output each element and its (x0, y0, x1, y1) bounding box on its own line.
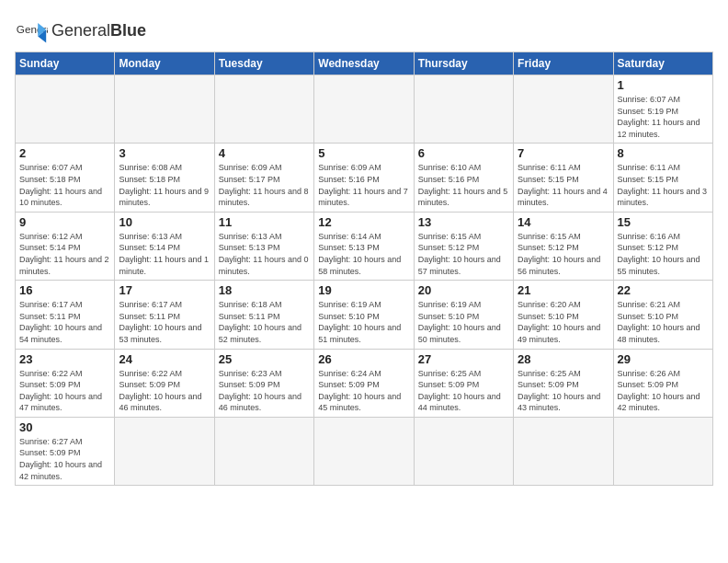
generalblue-logo-icon: General (15, 15, 48, 48)
day-info: Sunrise: 6:17 AM Sunset: 5:11 PM Dayligh… (119, 299, 210, 345)
calendar-cell: 26Sunrise: 6:24 AM Sunset: 5:09 PM Dayli… (314, 349, 414, 417)
calendar-cell: 11Sunrise: 6:13 AM Sunset: 5:13 PM Dayli… (214, 212, 313, 280)
calendar-cell (314, 417, 414, 485)
day-number: 17 (119, 283, 210, 297)
header-cell-sunday: Sunday (16, 52, 115, 75)
calendar-cell: 25Sunrise: 6:23 AM Sunset: 5:09 PM Dayli… (214, 349, 313, 417)
day-number: 4 (219, 146, 310, 160)
day-number: 6 (418, 146, 509, 160)
calendar-cell: 27Sunrise: 6:25 AM Sunset: 5:09 PM Dayli… (414, 349, 513, 417)
header-cell-friday: Friday (514, 52, 613, 75)
day-number: 5 (318, 146, 409, 160)
calendar-cell: 5Sunrise: 6:09 AM Sunset: 5:16 PM Daylig… (314, 144, 414, 212)
day-info: Sunrise: 6:26 AM Sunset: 5:09 PM Dayligh… (618, 368, 709, 414)
day-info: Sunrise: 6:19 AM Sunset: 5:10 PM Dayligh… (418, 299, 509, 345)
day-number: 23 (19, 352, 110, 366)
day-info: Sunrise: 6:15 AM Sunset: 5:12 PM Dayligh… (518, 231, 609, 277)
day-info: Sunrise: 6:10 AM Sunset: 5:16 PM Dayligh… (418, 162, 509, 208)
day-info: Sunrise: 6:22 AM Sunset: 5:09 PM Dayligh… (119, 368, 210, 414)
day-info: Sunrise: 6:09 AM Sunset: 5:17 PM Dayligh… (219, 162, 310, 208)
day-info: Sunrise: 6:07 AM Sunset: 5:18 PM Dayligh… (19, 162, 110, 208)
day-number: 8 (618, 146, 709, 160)
day-info: Sunrise: 6:15 AM Sunset: 5:12 PM Dayligh… (418, 231, 509, 277)
logo-text: GeneralBlue (51, 22, 146, 40)
calendar-cell: 20Sunrise: 6:19 AM Sunset: 5:10 PM Dayli… (414, 281, 513, 349)
day-info: Sunrise: 6:11 AM Sunset: 5:15 PM Dayligh… (518, 162, 609, 208)
day-info: Sunrise: 6:09 AM Sunset: 5:16 PM Dayligh… (318, 162, 409, 208)
logo: General GeneralBlue (15, 15, 146, 48)
calendar-cell (314, 75, 414, 144)
day-number: 7 (518, 146, 609, 160)
day-number: 26 (318, 352, 409, 366)
header-cell-monday: Monday (115, 52, 214, 75)
calendar-cell: 18Sunrise: 6:18 AM Sunset: 5:11 PM Dayli… (214, 281, 313, 349)
day-info: Sunrise: 6:08 AM Sunset: 5:18 PM Dayligh… (119, 162, 210, 208)
calendar-cell: 22Sunrise: 6:21 AM Sunset: 5:10 PM Dayli… (613, 281, 712, 349)
day-number: 24 (119, 352, 210, 366)
header-cell-wednesday: Wednesday (314, 52, 414, 75)
calendar-cell (414, 75, 513, 144)
calendar-cell: 24Sunrise: 6:22 AM Sunset: 5:09 PM Dayli… (115, 349, 214, 417)
day-number: 27 (418, 352, 509, 366)
calendar-cell: 16Sunrise: 6:17 AM Sunset: 5:11 PM Dayli… (16, 281, 115, 349)
day-number: 28 (518, 352, 609, 366)
calendar-row-2: 9Sunrise: 6:12 AM Sunset: 5:14 PM Daylig… (16, 212, 713, 280)
calendar-row-5: 30Sunrise: 6:27 AM Sunset: 5:09 PM Dayli… (16, 417, 713, 485)
day-number: 30 (19, 420, 110, 434)
calendar-cell: 12Sunrise: 6:14 AM Sunset: 5:13 PM Dayli… (314, 212, 414, 280)
day-number: 10 (119, 215, 210, 229)
calendar-row-1: 2Sunrise: 6:07 AM Sunset: 5:18 PM Daylig… (16, 144, 713, 212)
calendar-cell (115, 75, 214, 144)
day-number: 29 (618, 352, 709, 366)
calendar-cell: 15Sunrise: 6:16 AM Sunset: 5:12 PM Dayli… (613, 212, 712, 280)
calendar-cell: 19Sunrise: 6:19 AM Sunset: 5:10 PM Dayli… (314, 281, 414, 349)
calendar-cell (115, 417, 214, 485)
day-info: Sunrise: 6:19 AM Sunset: 5:10 PM Dayligh… (318, 299, 409, 345)
day-number: 18 (219, 283, 310, 297)
calendar-cell (414, 417, 513, 485)
calendar-row-3: 16Sunrise: 6:17 AM Sunset: 5:11 PM Dayli… (16, 281, 713, 349)
calendar-cell: 9Sunrise: 6:12 AM Sunset: 5:14 PM Daylig… (16, 212, 115, 280)
header-cell-saturday: Saturday (613, 52, 712, 75)
day-number: 19 (318, 283, 409, 297)
day-number: 13 (418, 215, 509, 229)
day-number: 12 (318, 215, 409, 229)
calendar-cell: 8Sunrise: 6:11 AM Sunset: 5:15 PM Daylig… (613, 144, 712, 212)
calendar-cell (613, 417, 712, 485)
day-number: 11 (219, 215, 310, 229)
calendar-cell: 1Sunrise: 6:07 AM Sunset: 5:19 PM Daylig… (613, 75, 712, 144)
day-number: 25 (219, 352, 310, 366)
day-number: 20 (418, 283, 509, 297)
day-info: Sunrise: 6:18 AM Sunset: 5:11 PM Dayligh… (219, 299, 310, 345)
calendar-cell (514, 75, 613, 144)
calendar-cell: 28Sunrise: 6:25 AM Sunset: 5:09 PM Dayli… (514, 349, 613, 417)
day-info: Sunrise: 6:20 AM Sunset: 5:10 PM Dayligh… (518, 299, 609, 345)
day-info: Sunrise: 6:07 AM Sunset: 5:19 PM Dayligh… (618, 94, 709, 140)
calendar-cell: 2Sunrise: 6:07 AM Sunset: 5:18 PM Daylig… (16, 144, 115, 212)
day-info: Sunrise: 6:24 AM Sunset: 5:09 PM Dayligh… (318, 368, 409, 414)
calendar-cell: 4Sunrise: 6:09 AM Sunset: 5:17 PM Daylig… (214, 144, 313, 212)
day-info: Sunrise: 6:12 AM Sunset: 5:14 PM Dayligh… (19, 231, 110, 277)
calendar-table: SundayMondayTuesdayWednesdayThursdayFrid… (15, 52, 713, 486)
day-info: Sunrise: 6:13 AM Sunset: 5:13 PM Dayligh… (219, 231, 310, 277)
header-cell-tuesday: Tuesday (214, 52, 313, 75)
calendar-cell: 6Sunrise: 6:10 AM Sunset: 5:16 PM Daylig… (414, 144, 513, 212)
day-number: 15 (618, 215, 709, 229)
day-info: Sunrise: 6:22 AM Sunset: 5:09 PM Dayligh… (19, 368, 110, 414)
header-row: SundayMondayTuesdayWednesdayThursdayFrid… (16, 52, 713, 75)
calendar-cell (16, 75, 115, 144)
day-number: 9 (19, 215, 110, 229)
day-info: Sunrise: 6:11 AM Sunset: 5:15 PM Dayligh… (618, 162, 709, 208)
day-number: 22 (618, 283, 709, 297)
day-info: Sunrise: 6:25 AM Sunset: 5:09 PM Dayligh… (518, 368, 609, 414)
calendar-cell: 21Sunrise: 6:20 AM Sunset: 5:10 PM Dayli… (514, 281, 613, 349)
calendar-cell (514, 417, 613, 485)
calendar-cell: 17Sunrise: 6:17 AM Sunset: 5:11 PM Dayli… (115, 281, 214, 349)
calendar-header: SundayMondayTuesdayWednesdayThursdayFrid… (16, 52, 713, 75)
day-info: Sunrise: 6:21 AM Sunset: 5:10 PM Dayligh… (618, 299, 709, 345)
day-number: 14 (518, 215, 609, 229)
day-info: Sunrise: 6:17 AM Sunset: 5:11 PM Dayligh… (19, 299, 110, 345)
calendar-cell (214, 75, 313, 144)
day-info: Sunrise: 6:16 AM Sunset: 5:12 PM Dayligh… (618, 231, 709, 277)
calendar-body: 1Sunrise: 6:07 AM Sunset: 5:19 PM Daylig… (16, 75, 713, 486)
